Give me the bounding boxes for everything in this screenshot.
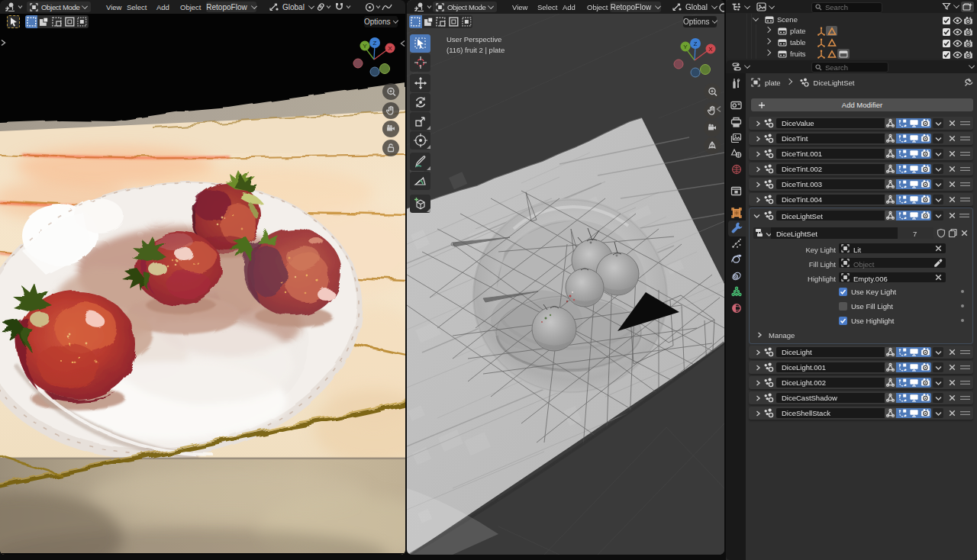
- svg-text:Y: Y: [683, 43, 688, 50]
- svg-text:Z: Z: [694, 40, 698, 47]
- svg-text:Z: Z: [373, 40, 377, 47]
- svg-text:X: X: [708, 46, 713, 53]
- svg-text:X: X: [388, 45, 392, 52]
- svg-text:Y: Y: [363, 43, 367, 50]
